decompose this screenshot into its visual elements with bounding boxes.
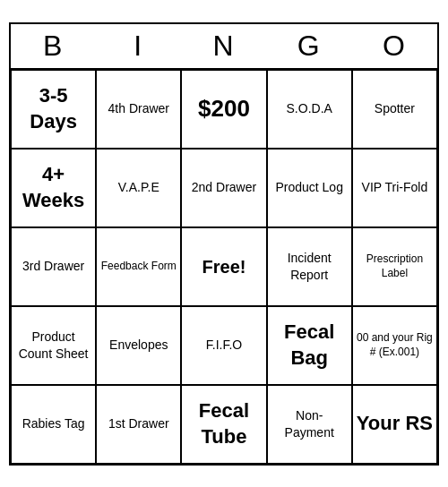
bingo-cell: Prescription Label bbox=[352, 227, 437, 306]
bingo-cell: Rabies Tag bbox=[11, 385, 96, 464]
bingo-cell: 4th Drawer bbox=[96, 70, 181, 149]
bingo-header: BINGO bbox=[11, 24, 437, 70]
bingo-cell: 2nd Drawer bbox=[181, 149, 266, 227]
bingo-letter: B bbox=[11, 24, 96, 68]
bingo-cell: Feedback Form bbox=[96, 227, 181, 306]
bingo-letter: N bbox=[181, 24, 266, 68]
bingo-cell: Non-Payment bbox=[267, 385, 352, 464]
bingo-cell: V.A.P.E bbox=[96, 149, 181, 227]
bingo-letter: G bbox=[267, 24, 352, 68]
bingo-cell: Incident Report bbox=[267, 227, 352, 306]
bingo-cell: VIP Tri-Fold bbox=[352, 149, 437, 227]
bingo-cell: Free! bbox=[181, 227, 266, 306]
bingo-cell: Product Count Sheet bbox=[11, 306, 96, 385]
bingo-letter: I bbox=[96, 24, 181, 68]
bingo-cell: Fecal Bag bbox=[267, 306, 352, 385]
bingo-cell: $200 bbox=[181, 70, 266, 149]
bingo-cell: Spotter bbox=[352, 70, 437, 149]
bingo-grid: 3-5 Days4th Drawer$200S.O.D.ASpotter4+ W… bbox=[11, 70, 437, 464]
bingo-cell: F.I.F.O bbox=[181, 306, 266, 385]
bingo-cell: Your RS bbox=[352, 385, 437, 464]
bingo-cell: 3-5 Days bbox=[11, 70, 96, 149]
bingo-cell: 3rd Drawer bbox=[11, 227, 96, 306]
bingo-cell: Fecal Tube bbox=[181, 385, 266, 464]
bingo-cell: 00 and your Rig # (Ex.001) bbox=[352, 306, 437, 385]
bingo-cell: 1st Drawer bbox=[96, 385, 181, 464]
bingo-cell: Product Log bbox=[267, 149, 352, 227]
bingo-cell: Envelopes bbox=[96, 306, 181, 385]
bingo-cell: 4+ Weeks bbox=[11, 149, 96, 227]
bingo-cell: S.O.D.A bbox=[267, 70, 352, 149]
bingo-card: BINGO 3-5 Days4th Drawer$200S.O.D.ASpott… bbox=[9, 22, 439, 466]
bingo-letter: O bbox=[352, 24, 437, 68]
